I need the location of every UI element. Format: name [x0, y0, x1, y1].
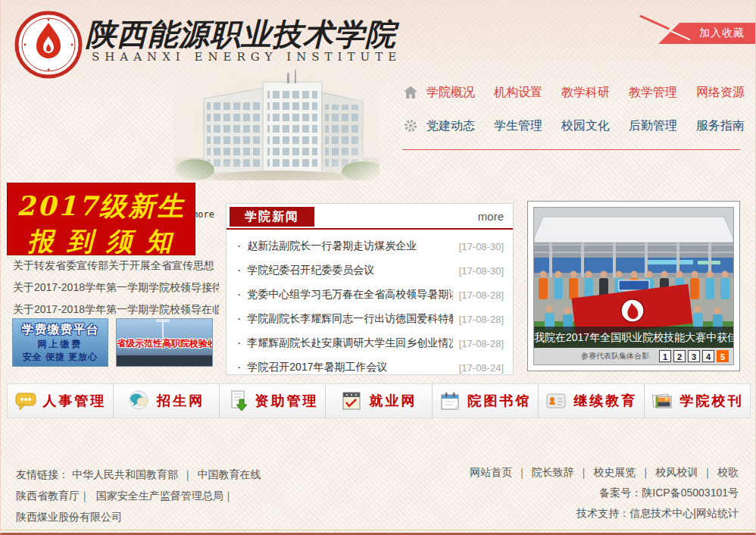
news-item-date: [17-08-30] [459, 265, 504, 277]
service-admissions[interactable]: 招生网 [114, 384, 220, 418]
news-item-title: 赵新法副院长一行暑期走访煤炭企业 [247, 239, 452, 253]
add-to-favorites-label: 加入收藏 [699, 27, 745, 40]
footer-link-history[interactable]: 校史展览 [594, 466, 636, 478]
carousel-pagination-strip: 参赛代表队集体合影 1 2 3 4 5 [534, 348, 733, 364]
tuition-banner-title: 学费缴费平台 [13, 322, 108, 338]
freshmen-banner-line1: 2017级新生 [7, 189, 195, 224]
bullet-icon: · [237, 239, 241, 253]
footer-link-saws[interactable]: 国家安全生产监督管理总局 [96, 490, 223, 502]
carousel-page-1[interactable]: 1 [659, 350, 671, 362]
service-label: 学院校刊 [679, 392, 743, 410]
footer-link-president-speech[interactable]: 院长致辞 [532, 466, 574, 478]
site-subtitle: SHAANXI ENERGY INSTITUTE [92, 50, 401, 64]
news-item-title: 学院副院长李耀辉同志一行出访德国爱科特教育.. [247, 312, 452, 326]
nav-divider-line [402, 149, 740, 150]
nav-item-party-building[interactable]: 党建动态 [426, 118, 475, 134]
notices-more-link[interactable]: more [192, 209, 214, 220]
nav-item-service-guide[interactable]: 服务指南 [696, 118, 745, 134]
footer-tech-support: 技术支持：信息技术中心|网站统计 [470, 503, 739, 524]
service-continuing-education[interactable]: 继续教育 [539, 384, 645, 418]
nav-item-teaching-management[interactable]: 教学管理 [629, 85, 677, 101]
service-label: 就业网 [369, 392, 417, 410]
contact-card-icon [545, 390, 567, 411]
footer-line-3: 陕西煤业股份有限公司 [16, 506, 261, 527]
news-item-title: 学院召开2017年暑期工作会议 [247, 361, 452, 374]
carousel-slide[interactable]: 我院在2017年全国职业院校技能大赛中获佳绩 参赛代表队集体合影 1 2 3 4… [533, 207, 734, 365]
news-item[interactable]: · 学院副院长李耀辉同志一行出访德国爱科特教育.. [17-08-28] [226, 307, 513, 331]
nav-item-teaching-research[interactable]: 教学科研 [561, 85, 610, 101]
carousel-page-4[interactable]: 4 [702, 350, 714, 362]
carousel-page-2[interactable]: 2 [673, 350, 686, 362]
footer-link-motto[interactable]: 校风校训 [655, 466, 698, 478]
service-employment[interactable]: 就业网 [326, 384, 432, 418]
footer-line-1: 友情链接： 中华人民共和国教育部｜中国教育在线 [16, 464, 261, 485]
bullet-icon: · [237, 264, 241, 277]
news-item[interactable]: · 李耀辉副院长赴安康调研大学生回乡创业情况 [17-08-28] [226, 331, 513, 355]
separator: ｜ [574, 466, 594, 478]
service-hr-management[interactable]: 人事管理 [8, 384, 114, 418]
separator: ｜ [80, 490, 90, 502]
photo-stack-icon [651, 390, 673, 411]
nav-item-campus-culture[interactable]: 校园文化 [561, 118, 610, 134]
footer-link-site-stats[interactable]: 网站统计 [696, 507, 739, 519]
site-title: 陕西能源职业技术学院 [86, 14, 396, 55]
footer-link-anthem[interactable]: 校歌 [717, 466, 739, 478]
news-item[interactable]: · 学院召开2017年暑期工作会议 [17-08-24] [226, 355, 513, 380]
document-download-icon [226, 390, 249, 411]
bullet-icon: · [237, 288, 241, 302]
freshmen-notice-banner[interactable]: 2017级新生 报到须知 [7, 183, 195, 255]
quick-services-bar: 人事管理 招生网 资助管理 [7, 383, 751, 418]
news-item[interactable]: · 学院纪委召开纪委委员会议 [17-08-30] [226, 258, 513, 283]
news-item-date: [17-08-30] [459, 241, 504, 252]
news-item-title: 李耀辉副院长赴安康调研大学生回乡创业情况 [247, 336, 452, 350]
bullet-icon: · [237, 361, 241, 374]
footer-bottom-line [1, 530, 755, 530]
banner-ground-shape [117, 355, 212, 366]
institute-logo-icon [14, 11, 83, 79]
news-item[interactable]: · 赵新法副院长一行暑期走访煤炭企业 [17-08-30] [226, 234, 513, 258]
bullet-icon: · [237, 336, 241, 350]
tuition-payment-banner[interactable]: 学费缴费平台 网上缴费 安全 便捷 更放心 [12, 318, 108, 367]
notice-list: 关于转发省委宣传部关于开展全省宣传思想 关于2017-2018学年第一学期学院校… [13, 255, 219, 321]
nav-item-logistics[interactable]: 后勤管理 [629, 118, 677, 134]
notice-item[interactable]: 关于2017-2018学年第一学期学院校领导接待 [13, 277, 219, 299]
notice-item[interactable]: 关于转发省委宣传部关于开展全省宣传思想 [13, 255, 219, 277]
footer-link-moe[interactable]: 中华人民共和国教育部 [72, 468, 178, 480]
news-item-date: [17-08-24] [459, 362, 504, 374]
carousel-page-3[interactable]: 3 [688, 350, 700, 362]
notice-item[interactable]: 关于2017-2018学年第一学期学院校领导在临 [13, 299, 219, 321]
news-more-link[interactable]: more [478, 210, 504, 223]
carousel-subcaption: 参赛代表队集体合影 [581, 351, 649, 361]
speech-bubble-icon [14, 390, 37, 411]
footer-link-shaanxi-edu[interactable]: 陕西省教育厅 [16, 490, 80, 502]
nav-item-student-management[interactable]: 学生管理 [494, 118, 542, 134]
news-panel-header: 学院新闻 more [226, 204, 513, 230]
footer-icp-number: 备案号：陕ICP备05003101号 [470, 483, 739, 503]
footer-link-shaanxi-coal[interactable]: 陕西煤业股份有限公司 [16, 511, 122, 523]
notepad-check-icon [340, 390, 363, 411]
news-item-date: [17-08-28] [459, 314, 504, 325]
news-item-title: 党委中心组学习毛万春在全省高校领导暑期读书.. [247, 288, 452, 302]
nav-item-network-resources[interactable]: 网络资源 [696, 85, 745, 101]
news-item[interactable]: · 党委中心组学习毛万春在全省高校领导暑期读书.. [17-08-28] [226, 283, 513, 307]
footer-line-2: 陕西省教育厅｜国家安全生产监督管理总局｜ [16, 485, 261, 506]
footer-quick-links: 网站首页｜院长致辞｜校史展览｜校风校训｜校歌 [470, 462, 739, 483]
nav-item-college-overview[interactable]: 学院概况 [426, 85, 475, 101]
friend-links-label: 友情链接： [16, 468, 69, 480]
service-label: 院图书馆 [467, 392, 531, 410]
service-college-journal[interactable]: 学院校刊 [645, 384, 750, 418]
carousel-page-5-active[interactable]: 5 [717, 350, 729, 362]
provincial-demo-banner[interactable]: 省级示范性高职院校验收 [116, 318, 213, 367]
nav-item-organization[interactable]: 机构设置 [494, 85, 542, 101]
footer-friend-links: 友情链接： 中华人民共和国教育部｜中国教育在线 陕西省教育厅｜国家安全生产监督管… [16, 464, 261, 527]
news-panel-title: 学院新闻 [230, 207, 314, 227]
footer-link-home[interactable]: 网站首页 [470, 466, 512, 478]
service-financial-aid[interactable]: 资助管理 [220, 384, 326, 418]
carousel-caption: 我院在2017年全国职业院校技能大赛中获佳绩 [534, 327, 733, 348]
main-navigation: 学院概况 机构设置 教学科研 教学管理 网络资源 党建动态 学生管理 校园文化 … [402, 79, 745, 145]
campus-building-image [173, 67, 380, 180]
service-library[interactable]: 院图书馆 [433, 384, 539, 418]
footer-link-eol[interactable]: 中国教育在线 [198, 468, 261, 480]
service-label: 招生网 [157, 392, 205, 410]
news-item-date: [17-08-28] [459, 289, 504, 301]
